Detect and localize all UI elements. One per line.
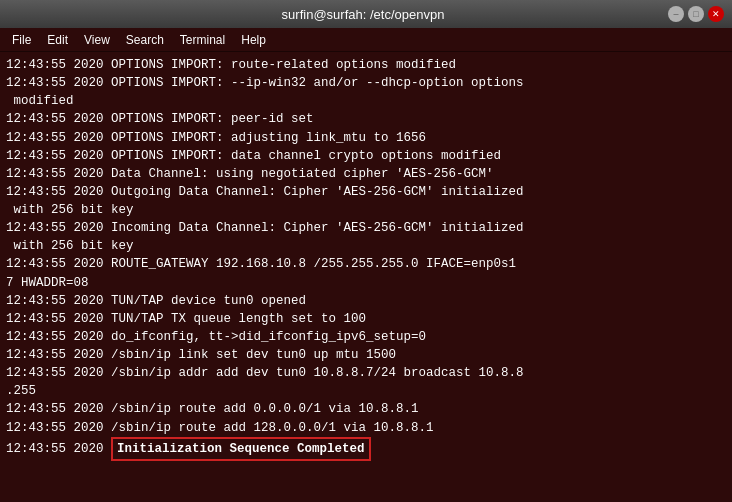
menu-file[interactable]: File <box>4 31 39 49</box>
terminal-window: surfin@surfah: /etc/openvpn – □ ✕ File E… <box>0 0 732 502</box>
menubar: File Edit View Search Terminal Help <box>0 28 732 52</box>
log-line-6: 12:43:55 2020 Outgoing Data Channel: Cip… <box>6 183 726 219</box>
log-line-2: 12:43:55 2020 OPTIONS IMPORT: peer-id se… <box>6 110 726 128</box>
terminal-output: 12:43:55 2020 OPTIONS IMPORT: route-rela… <box>0 52 732 502</box>
log-line-12: 12:43:55 2020 /sbin/ip link set dev tun0… <box>6 346 726 364</box>
init-complete-text: Initialization Sequence Completed <box>111 437 371 461</box>
titlebar-title: surfin@surfah: /etc/openvpn <box>58 7 668 22</box>
menu-search[interactable]: Search <box>118 31 172 49</box>
titlebar: surfin@surfah: /etc/openvpn – □ ✕ <box>0 0 732 28</box>
menu-view[interactable]: View <box>76 31 118 49</box>
log-line-8: 12:43:55 2020 ROUTE_GATEWAY 192.168.10.8… <box>6 255 726 291</box>
log-line-13: 12:43:55 2020 /sbin/ip addr add dev tun0… <box>6 364 726 400</box>
menu-edit[interactable]: Edit <box>39 31 76 49</box>
log-line-init-complete: 12:43:55 2020 Initialization Sequence Co… <box>6 437 726 461</box>
log-line-10: 12:43:55 2020 TUN/TAP TX queue length se… <box>6 310 726 328</box>
menu-help[interactable]: Help <box>233 31 274 49</box>
menu-terminal[interactable]: Terminal <box>172 31 233 49</box>
log-line-11: 12:43:55 2020 do_ifconfig, tt->did_ifcon… <box>6 328 726 346</box>
log-line-3: 12:43:55 2020 OPTIONS IMPORT: adjusting … <box>6 129 726 147</box>
log-line-1: 12:43:55 2020 OPTIONS IMPORT: --ip-win32… <box>6 74 726 110</box>
minimize-button[interactable]: – <box>668 6 684 22</box>
log-line-5: 12:43:55 2020 Data Channel: using negoti… <box>6 165 726 183</box>
log-line-7: 12:43:55 2020 Incoming Data Channel: Cip… <box>6 219 726 255</box>
log-line-15: 12:43:55 2020 /sbin/ip route add 128.0.0… <box>6 419 726 437</box>
close-button[interactable]: ✕ <box>708 6 724 22</box>
log-line-4: 12:43:55 2020 OPTIONS IMPORT: data chann… <box>6 147 726 165</box>
log-line-9: 12:43:55 2020 TUN/TAP device tun0 opened <box>6 292 726 310</box>
log-line-14: 12:43:55 2020 /sbin/ip route add 0.0.0.0… <box>6 400 726 418</box>
titlebar-buttons: – □ ✕ <box>668 6 724 22</box>
maximize-button[interactable]: □ <box>688 6 704 22</box>
log-line-0: 12:43:55 2020 OPTIONS IMPORT: route-rela… <box>6 56 726 74</box>
init-complete-prefix: 12:43:55 2020 <box>6 440 111 458</box>
